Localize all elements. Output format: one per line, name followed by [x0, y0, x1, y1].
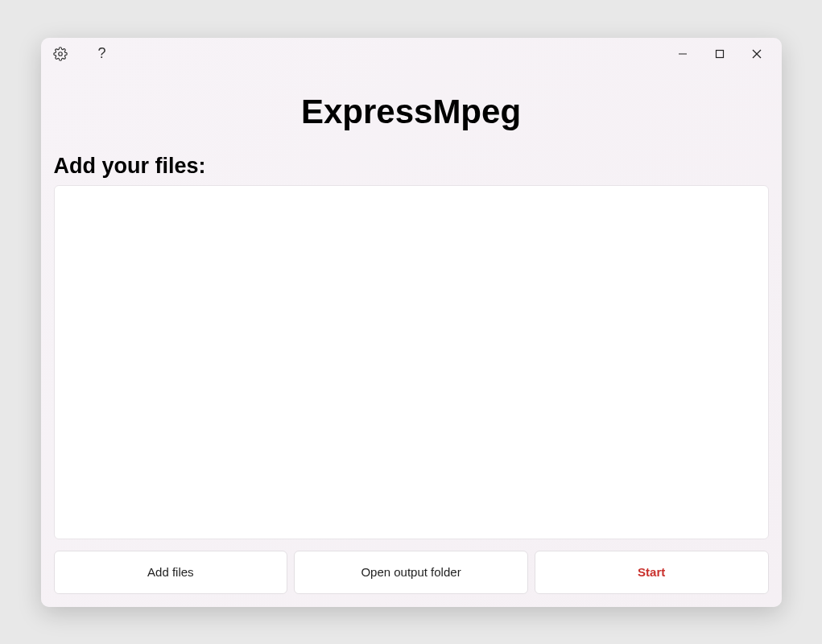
settings-icon[interactable]	[52, 46, 68, 62]
app-title: ExpressMpeg	[41, 93, 782, 131]
start-button[interactable]: Start	[535, 551, 769, 594]
add-files-label: Add your files:	[54, 154, 769, 179]
svg-rect-2	[716, 50, 723, 57]
titlebar: ?	[41, 38, 782, 70]
maximize-button[interactable]	[701, 41, 738, 67]
file-drop-area[interactable]	[54, 185, 769, 539]
minimize-button[interactable]	[664, 41, 701, 67]
svg-point-0	[58, 52, 62, 56]
close-button[interactable]	[738, 41, 775, 67]
titlebar-right	[664, 41, 775, 67]
add-files-button[interactable]: Add files	[54, 551, 288, 594]
action-button-row: Add files Open output folder Start	[54, 551, 769, 594]
help-icon[interactable]: ?	[94, 46, 110, 62]
app-window: ? ExpressMpeg Add your files: Add files …	[41, 38, 782, 607]
titlebar-left: ?	[52, 46, 110, 62]
content-area: Add your files: Add files Open output fo…	[41, 154, 782, 607]
open-output-folder-button[interactable]: Open output folder	[294, 551, 528, 594]
